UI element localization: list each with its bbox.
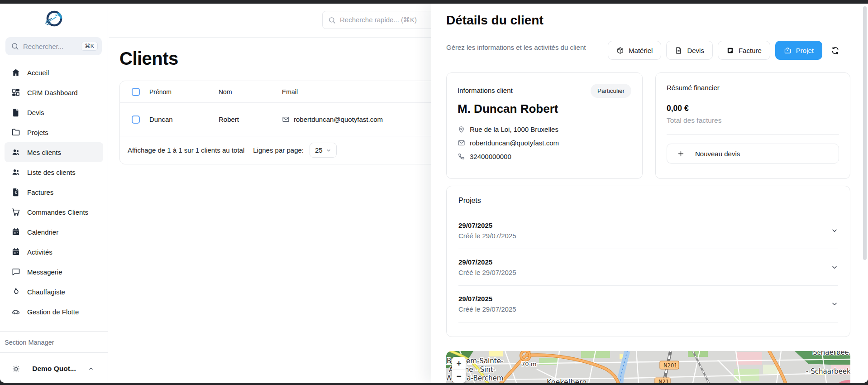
project-row[interactable]: 29/07/2025 Créé le 29/07/2025	[458, 212, 838, 249]
invoices-total-amount: 0,00 €	[667, 104, 839, 113]
calendar-icon	[11, 247, 20, 256]
map-zoom-out-button[interactable]: −	[452, 370, 466, 383]
sidebar-search-placeholder: Rechercher...	[23, 43, 77, 50]
workspace-name: Demo Quot...	[20, 365, 88, 373]
sidebar-item-accueil[interactable]: Accueil	[5, 63, 103, 82]
sidebar-item-label: Chauffagiste	[27, 288, 65, 296]
devis-button[interactable]: Devis	[666, 41, 713, 60]
rocket-logo-icon	[43, 7, 65, 30]
projects-card: Projets 29/07/2025 Créé le 29/07/2025 29…	[446, 186, 850, 337]
map[interactable]: N201 N21 Berchem-Sainte- Agathe - Sint- …	[446, 351, 850, 383]
client-type-badge: Particulier	[591, 84, 631, 98]
select-all-checkbox[interactable]	[132, 88, 140, 96]
section-manager-label: Section Manager	[5, 339, 54, 346]
rows-per-page-label: Lignes par page:	[253, 146, 304, 154]
map-label-koekelberg: Koekelberg	[547, 378, 587, 383]
sidebar-search-input[interactable]: Rechercher... ⌘K	[5, 37, 102, 55]
financial-title: Résumé financier	[667, 84, 839, 91]
sidebar-item-activites[interactable]: Activités	[5, 242, 103, 262]
sidebar-item-chauffagiste[interactable]: Chauffagiste	[5, 282, 103, 302]
search-icon	[11, 42, 19, 50]
map-label-schaarbeek: - Schaarbeek	[806, 367, 850, 375]
refresh-icon	[831, 46, 839, 55]
quick-search-placeholder: Recherche rapide... (⌘K)	[340, 16, 417, 24]
sidebar-item-gestion-de-flotte[interactable]: Gestion de Flotte	[5, 302, 103, 322]
chevron-up-icon	[88, 366, 94, 372]
file-icon	[11, 108, 20, 117]
app-window: Rechercher... ⌘K Accueil CRM Dashboard D…	[0, 4, 868, 383]
sidebar: Rechercher... ⌘K Accueil CRM Dashboard D…	[0, 4, 108, 383]
new-quote-button[interactable]: Nouveau devis	[667, 144, 839, 164]
button-label: Devis	[687, 47, 704, 54]
plus-icon	[677, 150, 685, 158]
sidebar-item-label: Accueil	[27, 69, 49, 77]
panel-scrollbar[interactable]	[863, 6, 867, 260]
column-header-prenom[interactable]: Prénom	[145, 88, 215, 96]
panel-title: Détails du client	[446, 13, 544, 28]
users-icon	[11, 168, 20, 177]
sidebar-item-messagerie[interactable]: Messagerie	[5, 262, 103, 282]
client-details-panel: Détails du client Gérez les informations…	[431, 4, 868, 383]
chevron-down-icon[interactable]	[831, 264, 838, 271]
dashboard-icon	[11, 88, 20, 97]
project-row[interactable]: 29/07/2025 Créé le 29/07/2025	[458, 249, 838, 286]
receipt-icon	[726, 47, 734, 54]
client-info-card: Informations client Particulier M. Dunca…	[446, 72, 643, 179]
chevron-down-icon[interactable]	[831, 227, 838, 234]
sidebar-item-crm-dashboard[interactable]: CRM Dashboard	[5, 82, 103, 102]
project-created: Créé le 29/07/2025	[458, 232, 516, 240]
facture-button[interactable]: Facture	[718, 41, 770, 60]
client-address-row: Rue de la Loi, 1000 Bruxelles	[458, 125, 631, 133]
divider	[667, 134, 839, 135]
row-checkbox[interactable]	[132, 116, 140, 124]
sidebar-item-label: Commandes Clients	[27, 208, 88, 216]
client-info-label: Informations client	[458, 84, 513, 94]
chevron-down-icon[interactable]	[831, 300, 838, 308]
sidebar-item-devis[interactable]: Devis	[5, 102, 103, 122]
page-title: Clients	[119, 48, 178, 69]
projects-list: 29/07/2025 Créé le 29/07/2025 29/07/2025…	[458, 212, 838, 322]
project-date: 29/07/2025	[458, 295, 516, 303]
sidebar-item-mes-clients[interactable]: Mes clients	[5, 142, 103, 162]
map-canvas: N201 N21 Berchem-Sainte- Agathe - Sint- …	[446, 351, 850, 383]
client-name: M. Duncan Robert	[458, 102, 631, 116]
flame-icon	[11, 287, 20, 296]
cell-email-value: robertduncan@quotyfast.com	[294, 116, 383, 123]
refresh-button[interactable]	[827, 43, 843, 58]
folder-icon	[11, 128, 20, 137]
map-label-schaerbeek-top: Schaerbeek	[813, 351, 850, 356]
project-created: Créé le 29/07/2025	[458, 269, 516, 276]
column-header-nom[interactable]: Nom	[215, 88, 278, 96]
client-email: robertduncan@quotyfast.com	[470, 139, 559, 147]
rows-per-page-value: 25	[315, 146, 323, 154]
project-row[interactable]: 29/07/2025 Créé le 29/07/2025	[458, 286, 838, 322]
sidebar-item-label: Liste des clients	[27, 168, 76, 176]
materiel-button[interactable]: Matériel	[608, 41, 661, 60]
project-date: 29/07/2025	[458, 221, 516, 229]
sidebar-item-label: Gestion de Flotte	[27, 308, 79, 316]
rows-per-page-select[interactable]: 25	[310, 143, 337, 158]
cart-icon	[11, 207, 20, 217]
client-phone-row: 32400000000	[458, 153, 631, 160]
sidebar-divider	[0, 331, 108, 332]
briefcase-icon	[784, 47, 792, 54]
sidebar-item-label: Mes clients	[27, 149, 61, 156]
users-icon	[11, 148, 20, 157]
sidebar-item-calendrier[interactable]: Calendrier	[5, 222, 103, 242]
panel-subtitle: Gérez les informations et les activités …	[446, 43, 586, 51]
map-pin-icon	[458, 125, 465, 133]
sidebar-item-liste-des-clients[interactable]: Liste des clients	[5, 162, 103, 182]
sidebar-search-shortcut: ⌘K	[81, 42, 98, 51]
client-address: Rue de la Loi, 1000 Bruxelles	[470, 125, 558, 133]
sidebar-item-projets[interactable]: Projets	[5, 122, 103, 142]
projet-button[interactable]: Projet	[775, 41, 822, 60]
sidebar-item-factures[interactable]: Factures	[5, 182, 103, 202]
pagination-summary: Affichage de 1 à 1 sur 1 clients au tota…	[128, 146, 244, 154]
sidebar-item-commandes-clients[interactable]: Commandes Clients	[5, 202, 103, 222]
car-icon	[11, 307, 20, 316]
map-zoom-in-button[interactable]: +	[452, 357, 466, 370]
package-icon	[616, 47, 624, 54]
workspace-switcher[interactable]: Demo Quot...	[0, 358, 108, 380]
client-phone: 32400000000	[470, 153, 511, 160]
panel-actions: Matériel Devis Facture Projet	[608, 41, 843, 60]
